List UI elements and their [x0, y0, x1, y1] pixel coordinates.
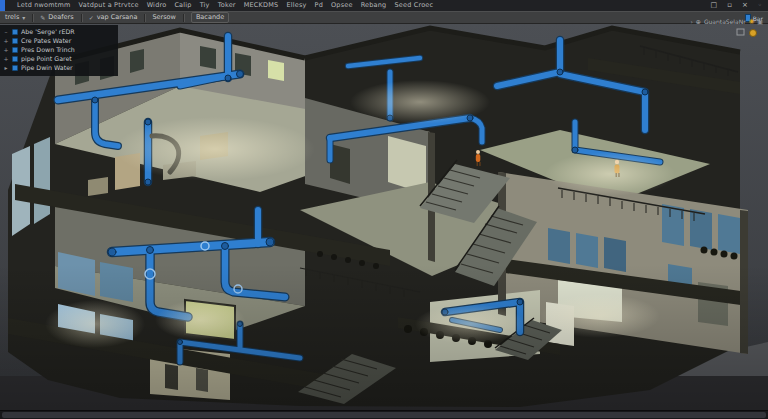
window-controls: □ ▫ × ◦ [711, 0, 764, 11]
menu-item-6[interactable]: MECKDMS [244, 0, 279, 11]
wand-icon: ✎ [40, 12, 45, 23]
compass-icon[interactable]: ◉ [749, 17, 755, 25]
scene-vignette [0, 24, 768, 411]
pipe-system-icon [12, 38, 18, 44]
toolbar-separator [32, 14, 33, 22]
expander-icon[interactable]: – [3, 27, 9, 36]
tree-item-1[interactable]: + Cre Pates Water [0, 36, 118, 45]
toolbar-separator [144, 14, 145, 22]
water-system-icon [12, 65, 18, 71]
deafers-label: Deafers [48, 12, 73, 23]
sersow-label: Sersow [152, 12, 175, 23]
tree-item-label: Cre Pates Water [21, 36, 71, 45]
menu-item-8[interactable]: Pd [315, 0, 323, 11]
toolbar-separator [81, 14, 82, 22]
tree-item-4[interactable]: ▸ Pipe Dwin Water [0, 63, 118, 72]
bacande-button[interactable]: Bacande [191, 12, 229, 23]
minimize-button[interactable]: ▫ [727, 0, 732, 11]
bacande-label: Bacande [196, 13, 224, 22]
menu-item-2[interactable]: Widro [147, 0, 167, 11]
expander-icon[interactable]: + [3, 54, 9, 63]
viewcube-icon[interactable]: ▣ [757, 18, 763, 25]
tree-item-label: Pres Down Trinch [21, 45, 75, 54]
drain-system-icon [12, 47, 18, 53]
help-button[interactable]: ◦ [758, 0, 762, 11]
check-icon: ✓ [89, 12, 94, 23]
sersow-button[interactable]: Sersow [152, 12, 175, 23]
systems-tree-panel: – Abe 'Serge' rEDR + Cre Pates Water + P… [0, 25, 118, 76]
expander-icon[interactable]: + [3, 36, 9, 45]
tree-item-label: pipe Point Garet [21, 54, 72, 63]
menu-item-4[interactable]: Tiy [200, 0, 210, 11]
tree-item-label: Abe 'Serge' rEDR [21, 27, 75, 36]
chevron-right-icon: › [690, 18, 692, 25]
menu-item-3[interactable]: Calip [174, 0, 191, 11]
navigation-compass-icon[interactable] [750, 30, 757, 37]
chevron-down-icon: ▾ [22, 12, 25, 23]
pipe-point-icon [12, 56, 18, 62]
menu-item-0[interactable]: Letd nwomtmm [17, 0, 71, 11]
toolbar-separator [183, 14, 184, 22]
tree-item-2[interactable]: + Pres Down Trinch [0, 45, 118, 54]
duct-system-icon [12, 29, 18, 35]
maximize-button[interactable]: □ [711, 0, 718, 11]
expander-icon[interactable]: ▸ [3, 63, 9, 72]
deafers-button[interactable]: ✎ Deafers [40, 12, 73, 23]
selection-breadcrumb[interactable]: › ⊕ GuantaSelaNr ◉ ▣ [690, 17, 763, 25]
scrollbar-thumb[interactable] [2, 412, 766, 418]
menu-item-5[interactable]: Toker [218, 0, 236, 11]
horizontal-scrollbar[interactable] [0, 410, 768, 419]
breadcrumb-label: GuantaSelaNr [704, 18, 746, 25]
toolbar: trels ▾ ✎ Deafers ✓ vap Carsana Sersow B… [0, 11, 768, 24]
trels-label: trels [5, 12, 19, 23]
menu-item-11[interactable]: Seed Croec [394, 0, 433, 11]
trels-dropdown[interactable]: trels ▾ [5, 12, 25, 23]
viewport-3d-scene[interactable] [0, 24, 768, 411]
application-window: Letd nwomtmm Vatdput a Ptrvtce Widro Cal… [0, 0, 768, 419]
menu-bar: Letd nwomtmm Vatdput a Ptrvtce Widro Cal… [0, 0, 768, 11]
app-icon[interactable] [0, 0, 5, 11]
vap-carsana-label: vap Carsana [97, 12, 138, 23]
menu-item-10[interactable]: Rebang [361, 0, 387, 11]
vap-carsana-button[interactable]: ✓ vap Carsana [89, 12, 138, 23]
menu-item-7[interactable]: Ellesy [286, 0, 306, 11]
search-icon: ⊕ [696, 18, 701, 25]
tree-item-label: Pipe Dwin Water [21, 63, 73, 72]
tree-item-0[interactable]: – Abe 'Serge' rEDR [0, 27, 118, 36]
tree-item-3[interactable]: + pipe Point Garet [0, 54, 118, 63]
viewport-3d[interactable] [0, 24, 768, 411]
close-button[interactable]: × [742, 0, 748, 11]
menu-item-9[interactable]: Opsee [331, 0, 353, 11]
expander-icon[interactable]: + [3, 45, 9, 54]
menu-item-1[interactable]: Vatdput a Ptrvtce [79, 0, 139, 11]
